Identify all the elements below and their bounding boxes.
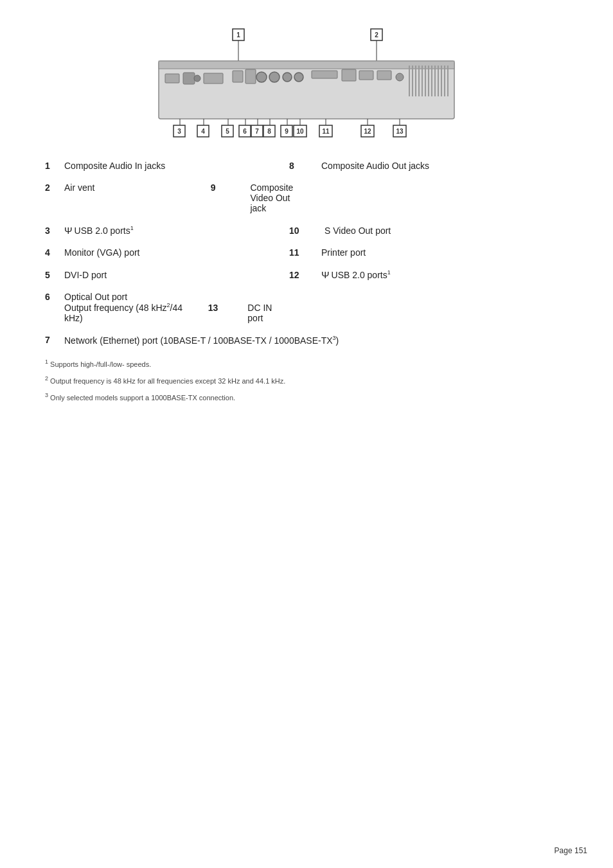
page-number: Page 151 <box>555 846 587 855</box>
content-section: 1 Composite Audio In jacks 8 Composite A… <box>26 161 587 345</box>
footnotes-section: 1 Supports high-/full-/low- speeds. 2 Ou… <box>26 358 587 403</box>
svg-point-10 <box>194 75 200 82</box>
svg-text:6: 6 <box>243 128 247 135</box>
svg-point-16 <box>283 73 292 82</box>
item-number-12: 12 <box>289 270 321 280</box>
item-row-5-12: 5 DVI-D port 12 Ψ USB 2.0 ports1 <box>45 269 568 280</box>
item-row-2-9: 2 Air vent 9 Composite Video Out jack <box>45 182 568 213</box>
item-number-3: 3 <box>45 226 64 236</box>
svg-point-14 <box>256 72 267 82</box>
item-label-5: DVI-D port <box>64 270 206 280</box>
item-label-10: S Video Out port <box>324 226 391 236</box>
svg-point-15 <box>269 72 280 82</box>
svg-text:3: 3 <box>177 128 181 135</box>
back-panel-diagram: 1 2 <box>133 26 480 154</box>
svg-rect-12 <box>233 71 243 82</box>
svg-text:4: 4 <box>201 128 205 135</box>
svg-point-22 <box>396 73 404 81</box>
footnote-1: 1 Supports high-/full-/low- speeds. <box>45 358 568 369</box>
item-number-9: 9 <box>211 182 243 193</box>
svg-text:13: 13 <box>396 128 404 135</box>
item-label-1: Composite Audio In jacks <box>64 161 206 171</box>
item-label-13: DC IN port <box>247 303 289 323</box>
item-number-2: 2 <box>45 182 64 193</box>
svg-rect-11 <box>204 73 223 84</box>
page-container: 1 2 <box>0 0 613 447</box>
svg-text:10: 10 <box>296 128 304 135</box>
svg-text:5: 5 <box>226 128 229 135</box>
item-label-6b: Output frequency (48 kHz2/44 kHz) <box>64 302 200 323</box>
svg-text:2: 2 <box>375 31 378 39</box>
svg-rect-21 <box>377 71 391 80</box>
svg-text:9: 9 <box>285 128 289 135</box>
svg-text:8: 8 <box>267 128 271 135</box>
svg-rect-18 <box>312 71 337 78</box>
item-label-3: USB 2.0 ports1 <box>75 225 216 236</box>
item-number-13: 13 <box>208 303 240 313</box>
item-label-6a: Optical Out port <box>64 292 127 302</box>
item-number-5: 5 <box>45 270 64 280</box>
usb-icon-3: Ψ <box>64 225 73 236</box>
item-label-4: Monitor (VGA) port <box>64 247 206 258</box>
item-number-6: 6 <box>45 292 64 302</box>
item-label-8: Composite Audio Out jacks <box>321 161 429 171</box>
footnote-3: 3 Only selected models support a 1000BAS… <box>45 391 568 403</box>
item-number-10: 10 <box>289 226 324 236</box>
diagram-area: 1 2 <box>26 26 587 154</box>
item-number-4: 4 <box>45 247 64 258</box>
item-label-11: Printer port <box>321 247 366 258</box>
item-row-3-10: 3 Ψ USB 2.0 ports1 10 S Video Out port <box>45 225 568 236</box>
item-label-12: USB 2.0 ports1 <box>332 269 391 280</box>
svg-rect-9 <box>183 73 195 84</box>
item-number-11: 11 <box>289 247 321 258</box>
item-row-4-11: 4 Monitor (VGA) port 11 Printer port <box>45 247 568 258</box>
svg-point-17 <box>294 73 303 82</box>
item-label-9: Composite Video Out jack <box>250 182 293 213</box>
svg-text:12: 12 <box>364 128 371 135</box>
item-number-1: 1 <box>45 161 64 171</box>
item-row-7: 7 Network (Ethernet) port (10BASE-T / 10… <box>45 335 568 346</box>
usb-icon-12: Ψ <box>321 269 330 280</box>
svg-rect-13 <box>245 69 256 84</box>
footnote-2: 2 Output frequency is 48 kHz for all fre… <box>45 375 568 386</box>
item-label-2: Air vent <box>64 182 206 193</box>
svg-text:1: 1 <box>236 31 240 39</box>
item-number-7: 7 <box>45 335 64 345</box>
svg-text:7: 7 <box>255 128 259 135</box>
item-row-1-8: 1 Composite Audio In jacks 8 Composite A… <box>45 161 568 171</box>
item-number-8: 8 <box>289 161 321 171</box>
item-row-6-13: 6 Optical Out port Output frequency (48 … <box>45 292 568 323</box>
svg-text:11: 11 <box>322 128 330 135</box>
svg-rect-19 <box>342 69 356 81</box>
svg-rect-8 <box>165 74 179 83</box>
svg-rect-20 <box>359 71 373 80</box>
item-label-7: Network (Ethernet) port (10BASE-T / 100B… <box>64 335 339 346</box>
